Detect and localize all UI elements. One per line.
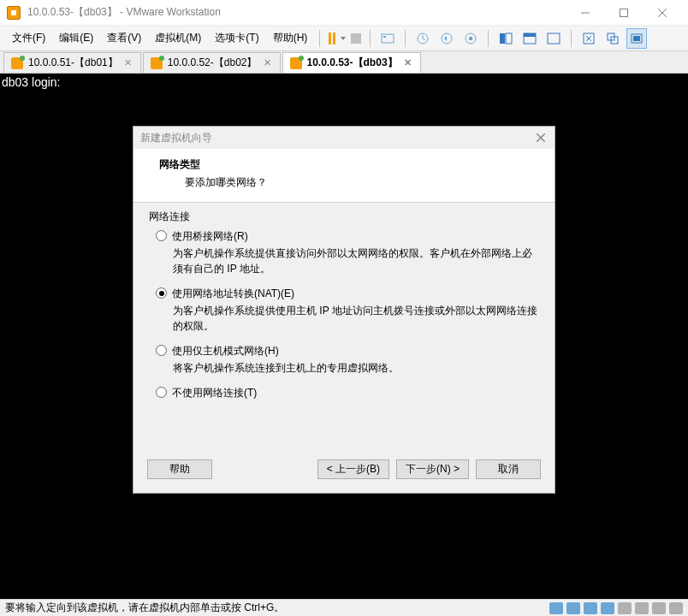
back-button[interactable]: < 上一步(B) bbox=[317, 459, 389, 479]
device-disk-icon[interactable] bbox=[549, 602, 563, 614]
radio-icon bbox=[156, 287, 167, 299]
snapshot-button[interactable] bbox=[412, 28, 433, 49]
radio-label: 使用仅主机模式网络(H) bbox=[172, 344, 279, 358]
menu-help[interactable]: 帮助(H) bbox=[266, 27, 315, 49]
dialog-header: 网络类型 要添加哪类网络？ bbox=[133, 149, 555, 203]
console-line: db03 login: bbox=[2, 75, 686, 89]
dialog-close-button[interactable] bbox=[534, 131, 548, 145]
radio-icon bbox=[156, 230, 167, 241]
svg-rect-14 bbox=[548, 33, 560, 44]
revert-snapshot-button[interactable] bbox=[436, 28, 457, 49]
app-icon bbox=[7, 6, 21, 20]
dialog-footer: 帮助 < 上一步(B) 下一步(N) > 取消 bbox=[133, 451, 555, 493]
svg-rect-5 bbox=[383, 36, 386, 38]
dialog-subheading: 要添加哪类网络？ bbox=[185, 175, 537, 190]
dropdown-icon[interactable] bbox=[341, 37, 346, 40]
tab-bar: 10.0.0.51-【db01】 ✕ 10.0.0.52-【db02】 ✕ 10… bbox=[0, 51, 688, 74]
vm-icon bbox=[11, 57, 23, 69]
manage-snapshot-button[interactable] bbox=[460, 28, 481, 49]
pause-button[interactable] bbox=[329, 33, 335, 44]
menu-view[interactable]: 查看(V) bbox=[100, 27, 148, 49]
dialog-body: 网络连接 使用桥接网络(R) 为客户机操作系统提供直接访问外部以太网网络的权限。… bbox=[133, 203, 555, 451]
vm-icon bbox=[290, 57, 302, 69]
separator bbox=[571, 30, 572, 47]
help-button[interactable]: 帮助 bbox=[147, 459, 212, 479]
device-usb-icon[interactable] bbox=[652, 602, 666, 614]
radio-icon bbox=[156, 387, 167, 398]
vm-icon bbox=[151, 57, 163, 69]
next-button[interactable]: 下一步(N) > bbox=[396, 459, 469, 479]
radio-none[interactable]: 不使用网络连接(T) bbox=[156, 386, 539, 400]
separator bbox=[370, 30, 371, 47]
cancel-button[interactable]: 取消 bbox=[476, 459, 541, 479]
tab-db01[interactable]: 10.0.0.51-【db01】 ✕ bbox=[3, 52, 141, 73]
radio-hostonly[interactable]: 使用仅主机模式网络(H) bbox=[156, 344, 539, 358]
radio-description: 将客户机操作系统连接到主机上的专用虚拟网络。 bbox=[173, 360, 539, 376]
group-label: 网络连接 bbox=[149, 210, 539, 224]
close-icon[interactable]: ✕ bbox=[403, 58, 413, 68]
svg-rect-11 bbox=[506, 33, 512, 44]
device-cd-icon[interactable] bbox=[566, 602, 580, 614]
maximize-button[interactable] bbox=[604, 1, 643, 25]
dialog-heading: 网络类型 bbox=[159, 157, 537, 172]
tab-db03[interactable]: 10.0.0.53-【db03】 ✕ bbox=[282, 52, 421, 73]
radio-bridged[interactable]: 使用桥接网络(R) bbox=[156, 229, 539, 244]
separator bbox=[488, 30, 489, 47]
close-button[interactable] bbox=[643, 1, 681, 25]
menu-bar: 文件(F) 编辑(E) 查看(V) 虚拟机(M) 选项卡(T) 帮助(H) bbox=[0, 26, 688, 51]
svg-rect-4 bbox=[382, 34, 394, 43]
close-icon[interactable]: ✕ bbox=[263, 58, 273, 68]
minimize-button[interactable] bbox=[566, 1, 604, 25]
new-vm-wizard-dialog: 新建虚拟机向导 网络类型 要添加哪类网络？ 网络连接 使用桥接网络(R) 为客户… bbox=[133, 126, 555, 494]
tab-label: 10.0.0.52-【db02】 bbox=[168, 56, 258, 70]
window-title-bar: 10.0.0.53-【db03】 - VMware Workstation bbox=[0, 0, 688, 26]
radio-label: 使用桥接网络(R) bbox=[172, 229, 248, 244]
view-mode-2[interactable] bbox=[519, 28, 540, 49]
console-view-button[interactable] bbox=[626, 28, 647, 49]
radio-icon bbox=[156, 345, 167, 356]
device-sound-icon[interactable] bbox=[635, 602, 649, 614]
radio-label: 不使用网络连接(T) bbox=[172, 386, 257, 400]
radio-description: 为客户机操作系统提供使用主机 IP 地址访问主机拨号连接或外部以太网网络连接的权… bbox=[173, 303, 539, 334]
radio-label: 使用网络地址转换(NAT)(E) bbox=[172, 287, 294, 301]
menu-tabs[interactable]: 选项卡(T) bbox=[208, 27, 265, 49]
svg-rect-13 bbox=[524, 33, 536, 37]
device-msg-icon[interactable] bbox=[669, 602, 683, 614]
separator bbox=[319, 30, 320, 47]
unity-button[interactable] bbox=[602, 28, 623, 49]
device-network-icon[interactable] bbox=[584, 602, 597, 614]
dialog-title-text: 新建虚拟机向导 bbox=[140, 131, 212, 145]
radio-description: 为客户机操作系统提供直接访问外部以太网网络的权限。客户机在外部网络上必须有自己的… bbox=[173, 246, 539, 276]
window-title: 10.0.0.53-【db03】 - VMware Workstation bbox=[27, 5, 566, 20]
tab-label: 10.0.0.53-【db03】 bbox=[307, 56, 398, 70]
stop-button[interactable] bbox=[351, 33, 361, 44]
send-keys-button[interactable] bbox=[377, 28, 398, 49]
menu-edit[interactable]: 编辑(E) bbox=[52, 27, 100, 49]
tab-db02[interactable]: 10.0.0.52-【db02】 ✕ bbox=[143, 52, 281, 73]
svg-rect-1 bbox=[620, 9, 627, 16]
view-mode-3[interactable] bbox=[543, 28, 564, 49]
status-icons bbox=[549, 602, 683, 614]
svg-rect-9 bbox=[469, 37, 472, 40]
menu-file[interactable]: 文件(F) bbox=[5, 27, 52, 49]
tab-label: 10.0.0.51-【db01】 bbox=[28, 56, 118, 70]
menu-vm[interactable]: 虚拟机(M) bbox=[148, 27, 208, 49]
view-mode-1[interactable] bbox=[495, 28, 516, 49]
close-icon[interactable]: ✕ bbox=[123, 58, 133, 68]
dialog-title-bar: 新建虚拟机向导 bbox=[133, 127, 555, 149]
fullscreen-button[interactable] bbox=[578, 28, 599, 49]
separator bbox=[405, 30, 406, 47]
radio-nat[interactable]: 使用网络地址转换(NAT)(E) bbox=[156, 287, 539, 301]
device-display-icon[interactable] bbox=[601, 602, 614, 614]
svg-rect-10 bbox=[500, 33, 505, 44]
status-bar: 要将输入定向到该虚拟机，请在虚拟机内部单击或按 Ctrl+G。 bbox=[0, 599, 688, 616]
svg-rect-19 bbox=[633, 36, 640, 41]
status-text: 要将输入定向到该虚拟机，请在虚拟机内部单击或按 Ctrl+G。 bbox=[5, 601, 284, 615]
device-printer-icon[interactable] bbox=[618, 602, 632, 614]
